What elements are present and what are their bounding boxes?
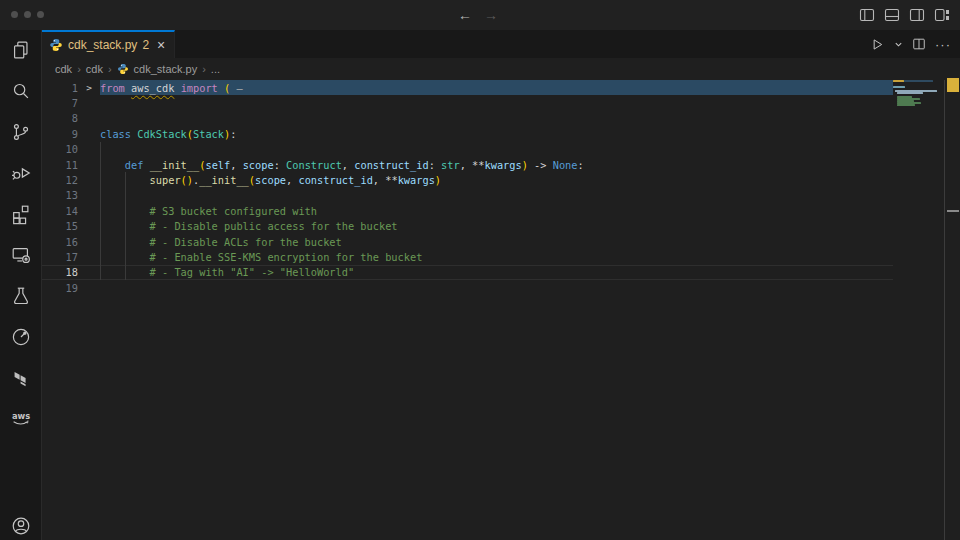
python-file-icon <box>117 63 129 75</box>
tab-bar: cdk_stack.py 2 × ··· <box>42 30 960 58</box>
more-actions-icon[interactable]: ··· <box>935 37 951 52</box>
code-line-9[interactable]: 9class CdkStack(Stack): <box>42 126 893 141</box>
code-line-15[interactable]: 15 # - Disable public access for the buc… <box>42 219 893 234</box>
split-editor-icon[interactable] <box>912 37 926 51</box>
search-icon[interactable] <box>9 79 33 103</box>
breadcrumb: cdk › cdk › cdk_stack.py › ... <box>42 58 960 80</box>
window-controls[interactable] <box>11 11 44 18</box>
run-python-file-icon[interactable] <box>870 37 885 52</box>
line-number: 9 <box>42 128 78 140</box>
remote-explorer-icon[interactable] <box>9 243 33 267</box>
code-text: super().__init__(scope, construct_id, **… <box>100 174 441 186</box>
line-number: 1 <box>42 82 78 94</box>
code-line-1[interactable]: 1>from aws_cdk import ( – <box>42 80 893 95</box>
line-number: 14 <box>42 205 78 217</box>
code-line-19[interactable]: 19 <box>42 280 893 295</box>
breadcrumb-folder[interactable]: cdk <box>86 63 103 75</box>
tab-close-icon[interactable]: × <box>157 38 165 52</box>
code-line-14[interactable]: 14 # S3 bucket configured with <box>42 203 893 218</box>
overview-ruler[interactable] <box>944 80 960 540</box>
code-line-18[interactable]: 18 # - Tag with "AI" -> "HelloWorld" <box>42 265 893 280</box>
go-forward-icon[interactable]: → <box>484 7 498 23</box>
minimap-line <box>893 86 905 88</box>
code-text: # S3 bucket configured with <box>100 205 317 217</box>
line-number: 13 <box>42 189 78 201</box>
line-number: 12 <box>42 174 78 186</box>
window-close-button[interactable] <box>11 11 18 18</box>
testing-beaker-icon[interactable] <box>9 284 33 308</box>
explorer-icon[interactable] <box>9 38 33 62</box>
code-text: class CdkStack(Stack): <box>100 128 236 140</box>
fold-chevron-icon[interactable]: > <box>78 82 100 93</box>
history-navigation: ← → <box>458 0 498 30</box>
terraform-icon[interactable] <box>9 366 33 390</box>
tab-badge: 2 <box>142 38 149 52</box>
activity-bar: aws <box>0 30 42 540</box>
breadcrumb-file[interactable]: cdk_stack.py <box>134 63 198 75</box>
code-line-11[interactable]: 11 def __init__(self, scope: Construct, … <box>42 157 893 172</box>
line-number: 8 <box>42 112 78 124</box>
window-maximize-button[interactable] <box>37 11 44 18</box>
minimap-line <box>897 104 915 106</box>
code-text: def __init__(self, scope: Construct, con… <box>100 159 584 171</box>
code-line-10[interactable]: 10 <box>42 142 893 157</box>
line-number: 16 <box>42 236 78 248</box>
toggle-panel-icon[interactable] <box>884 7 900 23</box>
extensions-icon[interactable] <box>9 202 33 226</box>
code-text: # - Disable public access for the bucket <box>100 220 398 232</box>
overview-ruler-marker <box>947 210 959 212</box>
code-text: # - Tag with "AI" -> "HelloWorld" <box>100 266 354 278</box>
tab-label: cdk_stack.py <box>68 38 137 52</box>
code-line-12[interactable]: 12 super().__init__(scope, construct_id,… <box>42 172 893 187</box>
line-number: 11 <box>42 159 78 171</box>
breadcrumb-separator-icon: › <box>108 63 112 75</box>
code-line-16[interactable]: 16 # - Disable ACLs for the bucket <box>42 234 893 249</box>
minimap[interactable] <box>893 80 944 540</box>
toggle-sidebar-right-icon[interactable] <box>909 7 925 23</box>
breadcrumb-symbol[interactable]: ... <box>211 63 220 75</box>
breadcrumb-separator-icon: › <box>77 63 81 75</box>
line-number: 7 <box>42 97 78 109</box>
account-icon[interactable] <box>9 514 33 538</box>
line-number: 18 <box>42 266 78 278</box>
code-text: from aws_cdk import ( – <box>100 82 243 94</box>
code-editor[interactable]: 1>from aws_cdk import ( –789class CdkSta… <box>42 80 960 540</box>
go-back-icon[interactable]: ← <box>458 7 472 23</box>
toggle-sidebar-left-icon[interactable] <box>859 7 875 23</box>
customize-layout-icon[interactable] <box>934 7 950 23</box>
title-bar: ← → <box>0 0 960 30</box>
code-line-17[interactable]: 17 # - Enable SSE-KMS encryption for the… <box>42 249 893 264</box>
tab-cdk-stack-py[interactable]: cdk_stack.py 2 × <box>42 30 175 58</box>
breadcrumb-separator-icon: › <box>202 63 206 75</box>
line-number: 17 <box>42 251 78 263</box>
code-line-7[interactable]: 7 <box>42 95 893 110</box>
code-text: # - Disable ACLs for the bucket <box>100 236 342 248</box>
line-number: 10 <box>42 143 78 155</box>
code-line-8[interactable]: 8 <box>42 111 893 126</box>
window-minimize-button[interactable] <box>24 11 31 18</box>
minimap-line <box>893 80 904 82</box>
source-control-icon[interactable] <box>9 120 33 144</box>
breadcrumb-folder[interactable]: cdk <box>55 63 72 75</box>
code-text: # - Enable SSE-KMS encryption for the bu… <box>100 251 422 263</box>
code-lines: 1>from aws_cdk import ( –789class CdkSta… <box>42 80 893 295</box>
line-number: 19 <box>42 282 78 294</box>
minimap-line <box>897 92 923 94</box>
line-number: 15 <box>42 220 78 232</box>
aws-toolkit-icon[interactable]: aws <box>9 407 33 431</box>
overview-ruler-marker <box>947 78 959 92</box>
svg-text:aws: aws <box>11 411 29 421</box>
python-file-icon <box>49 38 63 52</box>
timeline-circle-icon[interactable] <box>9 325 33 349</box>
run-and-debug-icon[interactable] <box>9 161 33 185</box>
code-line-13[interactable]: 13 <box>42 188 893 203</box>
run-dropdown-chevron-icon[interactable] <box>894 40 903 49</box>
